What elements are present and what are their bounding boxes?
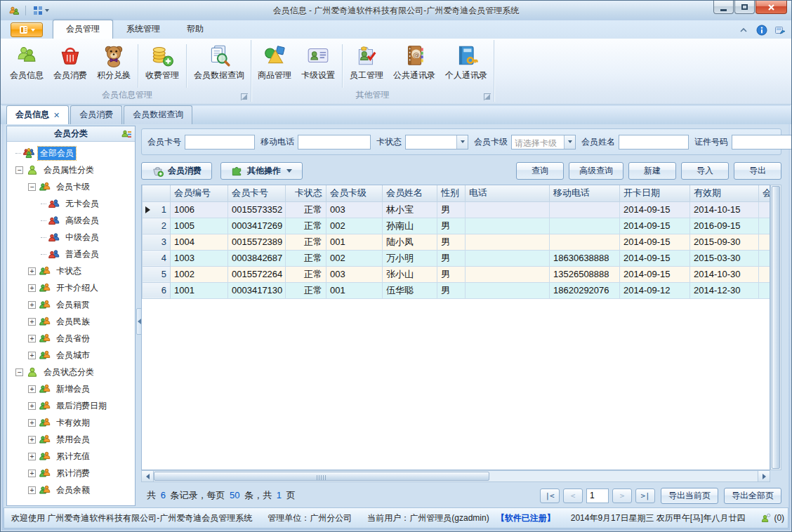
tree-expander-plus[interactable]: + xyxy=(28,470,36,477)
table-row[interactable]: 210050003417269正常002孙南山男2014-09-152016-0… xyxy=(143,218,771,234)
column-header-会员卡号[interactable]: 会员卡号 xyxy=(228,185,286,201)
row-selector[interactable]: 4 xyxy=(143,250,171,266)
tree-node-卡有效期[interactable]: + 卡有效期 xyxy=(8,414,133,431)
会员姓名-input[interactable] xyxy=(619,135,689,149)
minimize-button[interactable] xyxy=(713,1,734,14)
tree-expander-plus[interactable]: + xyxy=(28,318,36,326)
cell[interactable]: 002 xyxy=(326,218,383,234)
row-selector[interactable]: 3 xyxy=(143,234,171,250)
cell[interactable]: 2014-09-15 xyxy=(620,250,690,266)
combo-dropdown-icon[interactable] xyxy=(456,135,468,149)
app-menu-button[interactable] xyxy=(11,22,43,37)
member-consume-button[interactable]: 会员消费 xyxy=(141,162,212,180)
next-page-button[interactable]: > xyxy=(612,488,632,503)
cell[interactable]: 万小明 xyxy=(383,250,437,266)
column-header-开卡日期[interactable]: 开卡日期 xyxy=(620,185,690,201)
cell[interactable]: 1002 xyxy=(171,266,228,282)
column-header-移动电话[interactable]: 移动电话 xyxy=(550,185,620,201)
cell[interactable]: 001 xyxy=(326,234,383,250)
cell[interactable]: 002 xyxy=(326,250,383,266)
row-selector[interactable]: 1 xyxy=(143,201,171,218)
column-header-性别[interactable]: 性别 xyxy=(437,185,466,201)
cell[interactable]: 2014-09-15 xyxy=(620,234,690,250)
cell[interactable]: 0003417130 xyxy=(228,282,286,298)
cell[interactable]: 男 xyxy=(437,201,466,218)
tree-node-最后消费日期[interactable]: + 最后消费日期 xyxy=(8,397,133,414)
last-page-button[interactable]: >| xyxy=(635,488,655,503)
column-header-卡状态[interactable]: 卡状态 xyxy=(286,185,326,201)
ribbon-item-收费管理[interactable]: 收费管理 xyxy=(140,41,184,91)
row-selector[interactable]: 2 xyxy=(143,218,171,234)
cell[interactable] xyxy=(466,282,550,298)
table-row[interactable]: 610010003417130正常001伍华聪男186202920762014-… xyxy=(143,282,771,298)
tree-node-会员卡级[interactable]: − 会员卡级 xyxy=(8,178,133,195)
tree-node-普通会员[interactable]: 普通会员 xyxy=(8,246,133,262)
scroll-left-button[interactable] xyxy=(142,471,154,481)
table-row[interactable]: 110060015573352正常003林小宝男2014-09-152014-1… xyxy=(143,201,771,218)
cell[interactable]: 张小山 xyxy=(383,266,437,282)
移动电话-input[interactable] xyxy=(298,135,371,149)
ribbon-collapse-icon[interactable] xyxy=(738,25,749,36)
cell[interactable]: 2014-09-12 xyxy=(620,282,690,298)
dialog-launcher-icon[interactable] xyxy=(484,93,491,100)
first-page-button[interactable]: |< xyxy=(540,488,560,503)
tree-node-中级会员[interactable]: 中级会员 xyxy=(8,229,133,246)
cell[interactable] xyxy=(759,266,771,282)
registered-link[interactable]: 【软件已注册】 xyxy=(496,512,555,524)
column-header-会员姓名[interactable]: 会员姓名 xyxy=(383,185,437,201)
cell[interactable]: 正常 xyxy=(286,218,326,234)
messages-user-icon[interactable] xyxy=(760,513,771,524)
cell[interactable]: 1003 xyxy=(171,250,228,266)
tree-expander-plus[interactable]: + xyxy=(28,267,36,275)
cell[interactable] xyxy=(550,201,620,218)
doc-tab-会员数据查询[interactable]: 会员数据查询 xyxy=(124,105,192,124)
cell[interactable] xyxy=(466,266,550,282)
close-tab-icon[interactable]: ✕ xyxy=(53,112,60,119)
tree-expander-plus[interactable]: + xyxy=(28,453,36,460)
table-row[interactable]: 310040015572389正常001陆小凤男2014-09-152015-0… xyxy=(143,234,771,250)
tree-expander-plus[interactable]: + xyxy=(28,335,36,343)
column-header-会员卡级[interactable]: 会员卡级 xyxy=(326,185,383,201)
ribbon-item-卡级设置[interactable]: 卡级设置 xyxy=(296,41,340,91)
导入-button[interactable]: 导入 xyxy=(681,162,729,180)
tree-node-开卡介绍人[interactable]: + 开卡介绍人 xyxy=(8,279,133,296)
feedback-icon[interactable] xyxy=(774,25,786,36)
row-selector[interactable]: 5 xyxy=(143,266,171,282)
ribbon-item-会员数据查询[interactable]: 会员数据查询 xyxy=(189,41,249,91)
tree-node-禁用会员[interactable]: + 禁用会员 xyxy=(8,431,133,448)
高级查询-button[interactable]: 高级查询 xyxy=(569,162,623,180)
cell[interactable]: 1004 xyxy=(171,234,228,250)
tree-expander-plus[interactable]: + xyxy=(28,419,36,427)
cell[interactable]: 18620292076 xyxy=(550,282,620,298)
column-header-selector[interactable] xyxy=(143,185,171,201)
cell[interactable]: 0015572264 xyxy=(228,266,286,282)
maximize-button[interactable] xyxy=(734,1,755,14)
查询-button[interactable]: 查询 xyxy=(516,162,564,180)
tree-expander-plus[interactable]: + xyxy=(28,402,36,410)
cell[interactable] xyxy=(759,250,771,266)
cell[interactable]: 2014-09-15 xyxy=(620,201,690,218)
ribbon-item-公共通讯录[interactable]: @ 公共通讯录 xyxy=(388,41,440,91)
cell[interactable]: 伍华聪 xyxy=(383,282,437,298)
tree-node-会员民族[interactable]: + 会员民族 xyxy=(8,313,133,330)
会员卡号-input[interactable] xyxy=(185,135,255,149)
cell[interactable] xyxy=(550,234,620,250)
doc-tab-会员信息[interactable]: 会员信息✕ xyxy=(6,105,69,124)
tree-expander-plus[interactable]: + xyxy=(28,486,36,494)
cell[interactable]: 正常 xyxy=(286,266,326,282)
cell[interactable] xyxy=(466,234,550,250)
cell[interactable]: 2014-09-15 xyxy=(620,218,690,234)
cell[interactable]: 男 xyxy=(437,250,466,266)
新建-button[interactable]: 新建 xyxy=(628,162,676,180)
tree-node-会员城市[interactable]: + 会员城市 xyxy=(8,347,133,364)
证件号码-input[interactable] xyxy=(732,135,792,149)
cell[interactable]: 正常 xyxy=(286,250,326,266)
ribbon-item-会员信息[interactable]: 会员信息 xyxy=(5,41,48,91)
tree-node-高级会员[interactable]: 高级会员 xyxy=(8,212,133,229)
tree-node-卡状态[interactable]: + 卡状态 xyxy=(8,262,133,279)
cell[interactable] xyxy=(550,218,620,234)
other-actions-button[interactable]: 其他操作 xyxy=(220,162,303,180)
help-icon[interactable] xyxy=(756,25,767,36)
cell[interactable]: 0015572389 xyxy=(228,234,286,250)
tree-node-会员属性分类[interactable]: − 会员属性分类 xyxy=(8,161,133,178)
